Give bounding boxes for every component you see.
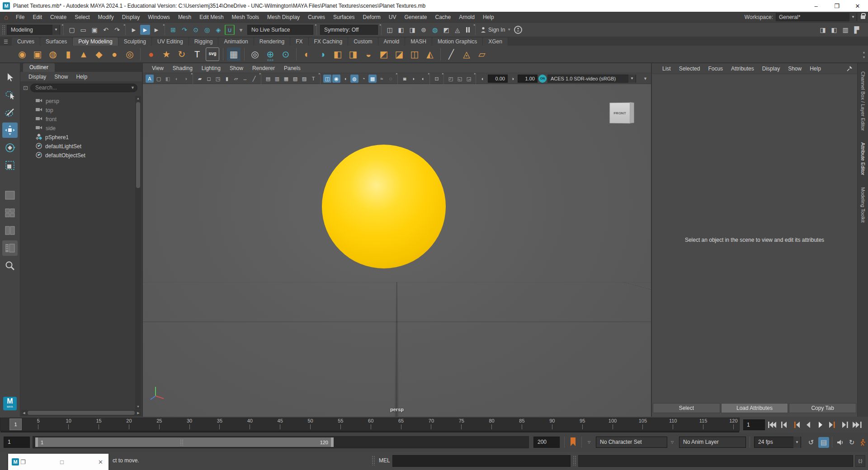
scroll-left-icon[interactable]: ◀ [21, 410, 27, 416]
lock-camera-icon[interactable]: ◻ [205, 75, 213, 83]
shelf-tab-poly-modeling[interactable]: Poly Modeling [73, 38, 118, 46]
go-to-start-button[interactable] [767, 419, 778, 430]
gamma-field[interactable]: 1.00 [518, 75, 538, 83]
render-view-icon[interactable]: ◫ [385, 25, 395, 35]
floating-window-titlebar[interactable]: M ❐ □ ✕ [8, 454, 108, 470]
home-icon[interactable]: ⌂ [4, 13, 8, 21]
resolution-gate-icon[interactable]: ▥ [273, 75, 281, 83]
gate-mask-icon[interactable]: ▦ [282, 75, 290, 83]
chevron-down-icon[interactable]: ▼ [863, 56, 866, 59]
menu-cache[interactable]: Cache [431, 12, 455, 23]
hypershade-icon[interactable]: ◍ [430, 25, 440, 35]
mel-command-input[interactable] [392, 455, 571, 467]
attribute-editor-menu-focus[interactable]: Focus [704, 63, 727, 74]
character-set-field[interactable]: No Character Set [596, 437, 667, 448]
menu-mesh[interactable]: Mesh [174, 12, 195, 23]
menu-surfaces[interactable]: Surfaces [329, 12, 359, 23]
svg-tool-icon[interactable]: svg [206, 47, 219, 61]
viewport-menu-view[interactable]: View [148, 63, 167, 74]
panel-collapse-icon[interactable]: ▼ [643, 76, 647, 81]
scroll-down-icon[interactable]: ▼ [135, 404, 141, 409]
toggle-modeling-toolkit-icon[interactable]: ▛ [852, 25, 862, 35]
ipr-render-icon[interactable]: ◨ [407, 25, 417, 35]
side-tab-attribute-editor[interactable]: Attribute Editor [860, 142, 866, 175]
minimize-button[interactable]: – [806, 0, 826, 12]
viewport-menu-show[interactable]: Show [226, 63, 247, 74]
playback-speed-select[interactable]: 24 fps ▼ [754, 437, 801, 448]
camera-attributes-icon[interactable]: ◳ [214, 75, 222, 83]
timeline-tick-70[interactable]: 70 [425, 418, 438, 429]
move-tool[interactable] [2, 122, 18, 138]
menu-create[interactable]: Create [46, 12, 71, 23]
toggle-channel-box-icon[interactable]: ▥ [840, 25, 850, 35]
menu-edit[interactable]: Edit [28, 12, 46, 23]
sphere-projection-icon[interactable]: ● [144, 47, 158, 61]
shelf-scroll-rail[interactable]: ▲ ▼ [861, 46, 867, 63]
save-scene-icon[interactable]: ▣ [90, 25, 99, 35]
shadow-lighting-icon[interactable]: ◖ [419, 75, 427, 83]
paint-select-tool[interactable] [2, 105, 18, 120]
timeline-tick-50[interactable]: 50 [304, 418, 317, 429]
copy-tab-button[interactable]: Copy Tab [789, 403, 856, 413]
step-back-key-button[interactable] [791, 419, 802, 430]
divider[interactable] [381, 24, 382, 35]
isolate-select-icon[interactable]: ⊡ [433, 75, 441, 83]
outliner-item-persp[interactable]: persp [20, 97, 142, 106]
all-lights-icon[interactable]: ◗ [410, 75, 418, 83]
chevron-down-icon[interactable]: ▼ [131, 85, 135, 90]
scale-tool[interactable] [2, 158, 18, 173]
time-slider-track[interactable]: 1 51015202530354045505560657075808590951… [0, 418, 740, 431]
menu-arnold[interactable]: Arnold [455, 12, 479, 23]
make-live-icon[interactable]: ◈ [213, 25, 223, 35]
safe-action-icon[interactable]: ▨ [300, 75, 308, 83]
view-cube[interactable]: FRONT RIGHT [609, 101, 641, 127]
select-component-icon[interactable]: ► [151, 25, 161, 35]
maximize-icon[interactable]: □ [60, 459, 64, 465]
outliner-item-front[interactable]: front [20, 115, 142, 124]
outliner-item-defaultobjectset[interactable]: defaultObjectSet [20, 151, 142, 160]
light-editor-icon[interactable]: ◬ [453, 25, 462, 35]
timeline-tick-65[interactable]: 65 [394, 418, 408, 429]
center-pivot-icon[interactable]: ⊙ [279, 47, 292, 61]
select-hierarchy-icon[interactable]: ► [129, 25, 139, 35]
poly-sphere-icon[interactable]: ◉ [15, 47, 29, 61]
timeline-tick-80[interactable]: 80 [485, 418, 499, 429]
range-end-handle[interactable] [331, 437, 334, 447]
viewport-canvas[interactable]: FRONT RIGHT persp [143, 84, 651, 417]
account-icon[interactable] [514, 26, 522, 34]
step-forward-frame-button[interactable] [840, 419, 851, 430]
close-button[interactable]: ✕ [847, 0, 868, 12]
maximize-button[interactable]: ❐ [826, 0, 847, 12]
shelf-menu-icon[interactable]: ☰ [0, 39, 12, 46]
snap-options-arrow-icon[interactable]: ▾ [236, 25, 246, 35]
grease-pencil-icon[interactable]: ╱ [250, 75, 258, 83]
multisample-aa-icon[interactable]: ▩ [368, 75, 377, 83]
timeline-tick-95[interactable]: 95 [576, 418, 589, 429]
shelf-tab-arnold[interactable]: Arnold [378, 38, 406, 46]
lighting-display-icon[interactable]: ◑ [182, 75, 190, 83]
view-cube-front-face[interactable]: FRONT [609, 103, 630, 123]
reset-transform-icon[interactable]: ⊕0,0,0 [264, 47, 277, 61]
side-tab-channel-box-layer-editor[interactable]: Channel Box / Layer Editor [860, 71, 866, 131]
outliner-search-input[interactable] [30, 84, 137, 92]
fog-icon[interactable]: ≈ [377, 75, 386, 83]
play-backwards-button[interactable] [803, 419, 814, 430]
poly-torus-icon[interactable]: ◎ [123, 47, 137, 61]
default-material-icon[interactable]: ◉ [332, 75, 340, 83]
outliner-item-top[interactable]: top [20, 106, 142, 115]
multi-cut-icon[interactable]: ╱ [444, 47, 458, 61]
timeline-tick-5[interactable]: 5 [32, 418, 45, 429]
wireframe-on-shaded-icon[interactable]: ◫ [323, 75, 331, 83]
timeline-tick-120[interactable]: 120 [726, 418, 740, 429]
loop-playback-icon[interactable]: ↺ [806, 437, 816, 448]
menu-edit-mesh[interactable]: Edit Mesh [195, 12, 227, 23]
shelf-tab-motion-graphics[interactable]: Motion Graphics [432, 38, 483, 46]
chevron-down-icon[interactable]: ▼ [628, 75, 636, 83]
divider[interactable] [63, 24, 64, 35]
scrollbar-thumb[interactable] [136, 102, 140, 188]
command-language-label[interactable]: MEL [379, 457, 390, 464]
animation-start-field[interactable]: 1 [4, 437, 30, 448]
menu-mesh-tools[interactable]: Mesh Tools [228, 12, 263, 23]
shelf-tab-animation[interactable]: Animation [218, 38, 254, 46]
menu-set-select[interactable]: Modeling ▼ [7, 25, 60, 35]
